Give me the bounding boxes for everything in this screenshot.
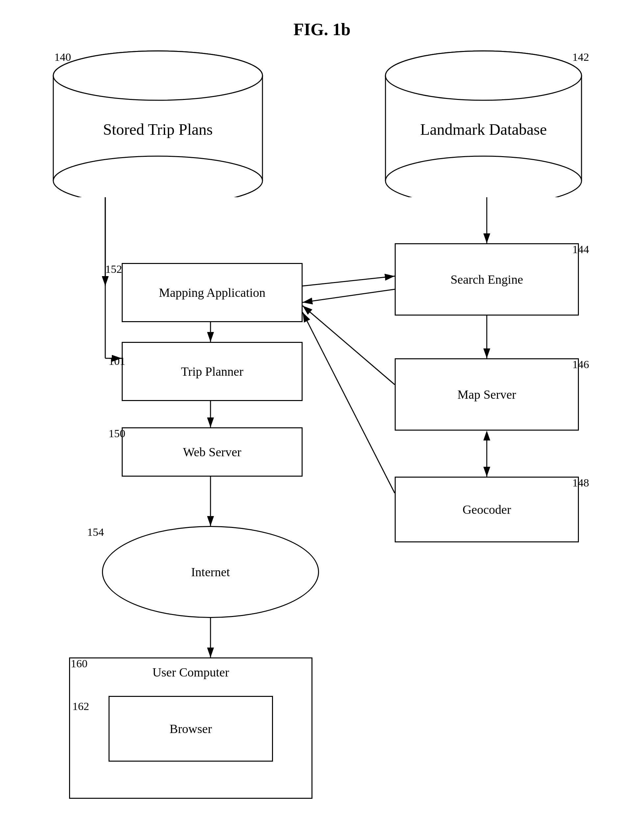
mapping-app-num: 152	[105, 263, 122, 276]
svg-line-9	[303, 289, 395, 303]
stored-trip-plans-cylinder: Stored Trip Plans	[52, 49, 263, 197]
map-server-num: 146	[572, 358, 589, 371]
web-server-box: Web Server	[122, 427, 303, 477]
svg-line-10	[303, 306, 395, 385]
browser-num: 162	[72, 700, 89, 713]
svg-point-21	[53, 51, 262, 100]
user-computer-box: User Computer Browser	[69, 657, 312, 799]
svg-point-28	[385, 51, 582, 100]
svg-text:Landmark Database: Landmark Database	[420, 120, 547, 138]
internet-num: 154	[87, 526, 104, 539]
svg-text:Stored Trip Plans: Stored Trip Plans	[103, 120, 213, 138]
web-server-num: 150	[109, 427, 125, 440]
search-engine-box: Search Engine	[395, 243, 579, 315]
map-server-box: Map Server	[395, 358, 579, 431]
geocoder-box: Geocoder	[395, 477, 579, 542]
stored-trip-plans-label: 140	[54, 51, 71, 63]
user-computer-num: 160	[71, 657, 87, 670]
svg-line-11	[303, 312, 395, 493]
landmark-db-label: 142	[572, 51, 589, 63]
geocoder-num: 148	[572, 477, 589, 489]
browser-box: Browser	[109, 696, 273, 762]
svg-line-8	[303, 276, 395, 286]
mapping-application-box: Mapping Application	[122, 263, 303, 322]
landmark-database-cylinder: Landmark Database	[385, 49, 582, 197]
page-title: FIG. 1b	[0, 20, 644, 39]
search-engine-num: 144	[572, 243, 589, 256]
internet-ellipse: Internet	[102, 526, 319, 618]
trip-planner-box: Trip Planner	[122, 342, 303, 401]
trip-planner-num: 101	[109, 355, 125, 367]
